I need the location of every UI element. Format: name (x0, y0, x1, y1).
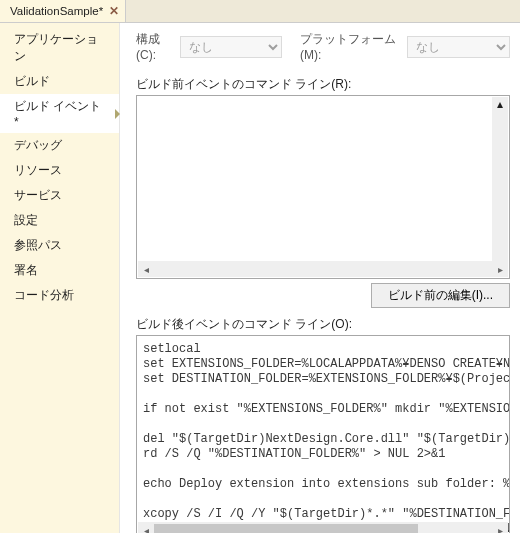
postbuild-cmd-wrapper: setlocal set EXTENSIONS_FOLDER=%LOCALAPP… (136, 335, 510, 533)
prebuild-cmd-wrapper: ▴ ▾ ◂ ▸ (136, 95, 510, 279)
sidebar-item-build[interactable]: ビルド (0, 69, 119, 94)
postbuild-cmd-input[interactable]: setlocal set EXTENSIONS_FOLDER=%LOCALAPP… (136, 335, 510, 533)
scroll-left-icon[interactable]: ◂ (138, 522, 154, 533)
tab-title: ValidationSample* (10, 5, 103, 17)
sidebar-item-settings[interactable]: 設定 (0, 208, 119, 233)
configuration-select: なし (180, 36, 282, 58)
sidebar-item-signing[interactable]: 署名 (0, 258, 119, 283)
content-panel: 構成(C): なし プラットフォーム(M): なし ビルド前イベントのコマンド … (120, 23, 520, 533)
scroll-right-icon[interactable]: ▸ (492, 261, 508, 277)
tab-bar: ValidationSample* ✕ (0, 0, 520, 23)
sidebar-item-application[interactable]: アプリケーション (0, 27, 119, 69)
prebuild-scrollbar-h[interactable]: ◂ ▸ (138, 261, 508, 277)
configuration-label: 構成(C): (136, 31, 174, 62)
scroll-up-icon[interactable]: ▴ (497, 97, 503, 111)
postbuild-scrollbar-h[interactable]: ◂ ▸ (138, 522, 508, 533)
sidebar: アプリケーション ビルド ビルド イベント* デバッグ リソース サービス 設定… (0, 23, 120, 533)
sidebar-item-build-events[interactable]: ビルド イベント* (0, 94, 119, 133)
scroll-left-icon[interactable]: ◂ (138, 261, 154, 277)
prebuild-label: ビルド前イベントのコマンド ライン(R): (136, 76, 510, 93)
sidebar-item-code-analysis[interactable]: コード分析 (0, 283, 119, 308)
scroll-right-icon[interactable]: ▸ (492, 522, 508, 533)
main-layout: アプリケーション ビルド ビルド イベント* デバッグ リソース サービス 設定… (0, 23, 520, 533)
sidebar-item-reference-paths[interactable]: 参照パス (0, 233, 119, 258)
prebuild-edit-button[interactable]: ビルド前の編集(I)... (371, 283, 510, 308)
project-tab[interactable]: ValidationSample* ✕ (0, 0, 126, 22)
config-row: 構成(C): なし プラットフォーム(M): なし (136, 31, 510, 62)
close-icon[interactable]: ✕ (109, 4, 119, 18)
platform-label: プラットフォーム(M): (300, 31, 401, 62)
prebuild-scrollbar-v[interactable]: ▴ ▾ (492, 97, 508, 277)
prebuild-cmd-input[interactable] (136, 95, 510, 279)
sidebar-item-debug[interactable]: デバッグ (0, 133, 119, 158)
sidebar-item-services[interactable]: サービス (0, 183, 119, 208)
sidebar-item-resources[interactable]: リソース (0, 158, 119, 183)
postbuild-label: ビルド後イベントのコマンド ライン(O): (136, 316, 510, 333)
platform-select: なし (407, 36, 510, 58)
